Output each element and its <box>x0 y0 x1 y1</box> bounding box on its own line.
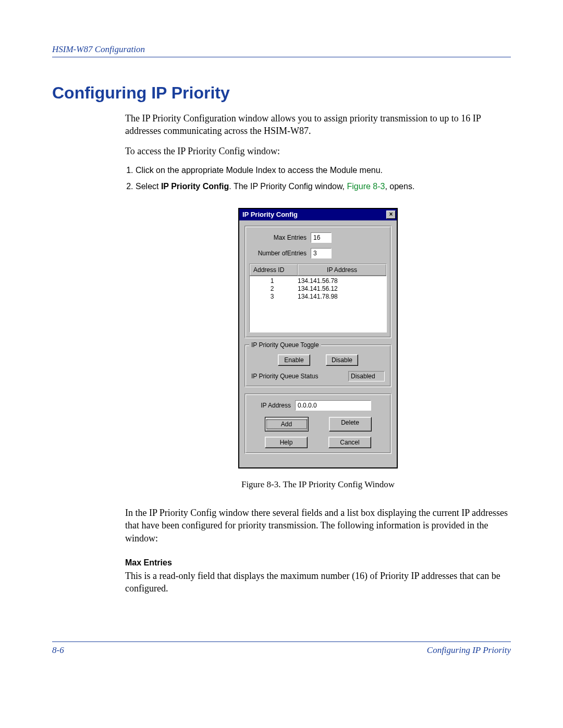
running-header: HSIM-W87 Configuration <box>52 44 511 57</box>
cancel-button[interactable]: Cancel <box>328 437 371 448</box>
step-2-bold: IP Priority Config <box>161 182 229 191</box>
list-item[interactable]: 2 134.141.56.12 <box>250 285 386 293</box>
row-id: 2 <box>250 285 295 293</box>
delete-button[interactable]: Delete <box>329 417 372 431</box>
row-id: 1 <box>250 277 295 285</box>
enable-button[interactable]: Enable <box>278 354 310 366</box>
add-button[interactable]: Add <box>265 417 309 431</box>
address-listbox[interactable]: Address ID IP Address 1 134.141.56.78 2 <box>249 264 387 332</box>
row-ip: 134.141.56.78 <box>295 277 386 285</box>
footer-section-title: Configuring IP Priority <box>427 645 511 656</box>
intro-paragraph-2: To access the IP Priority Config window: <box>125 145 511 157</box>
max-entries-description: This is a read-only field that displays … <box>125 570 511 595</box>
help-button[interactable]: Help <box>265 437 308 448</box>
row-ip: 134.141.78.98 <box>295 293 386 301</box>
max-entries-field: 16 <box>311 232 332 243</box>
queue-status-value: Disabled <box>348 371 385 381</box>
row-ip: 134.141.56.12 <box>295 285 386 293</box>
step-2-text-a: Select <box>136 182 161 191</box>
intro-paragraph-1: The IP Priority Configuration window all… <box>125 112 511 138</box>
step-2: Select IP Priority Config. The IP Priori… <box>136 181 511 192</box>
add-button-label: Add <box>266 419 307 429</box>
step-1: Click on the appropriate Module Index to… <box>136 165 511 176</box>
max-entries-label: Max Entries <box>249 233 311 242</box>
step-2-text-c: . The IP Priority Config window, <box>229 182 347 191</box>
figure-reference: Figure 8-3 <box>347 182 385 191</box>
step-2-text-d: , opens. <box>385 182 414 191</box>
max-entries-subheading: Max Entries <box>125 557 511 569</box>
number-of-entries-label: Number ofEntries <box>249 249 311 257</box>
disable-button[interactable]: Disable <box>326 354 358 366</box>
column-header-ip-address[interactable]: IP Address <box>298 264 386 276</box>
page-number: 8-6 <box>52 645 64 656</box>
close-icon[interactable]: × <box>386 211 396 219</box>
dialog-title: IP Priority Config <box>242 210 298 219</box>
queue-status-label: IP Priority Queue Status <box>251 372 348 380</box>
number-of-entries-field: 3 <box>311 248 332 258</box>
ip-address-label: IP Address <box>249 401 295 410</box>
section-title: Configuring IP Priority <box>52 83 511 103</box>
column-header-address-id[interactable]: Address ID <box>250 264 298 276</box>
figure-caption: Figure 8-3. The IP Priority Config Windo… <box>125 479 511 491</box>
row-id: 3 <box>250 293 295 301</box>
ip-address-input[interactable]: 0.0.0.0 <box>295 400 371 411</box>
steps-list: Click on the appropriate Module Index to… <box>125 165 511 192</box>
list-item[interactable]: 3 134.141.78.98 <box>250 293 386 301</box>
ip-priority-config-dialog: IP Priority Config × Max Entries 16 Numb… <box>238 208 398 468</box>
dialog-titlebar[interactable]: IP Priority Config × <box>239 209 397 220</box>
toggle-group-label: IP Priority Queue Toggle <box>249 341 321 349</box>
body-paragraph: In the IP Priority Config window there s… <box>125 507 511 545</box>
list-item[interactable]: 1 134.141.56.78 <box>250 277 386 285</box>
